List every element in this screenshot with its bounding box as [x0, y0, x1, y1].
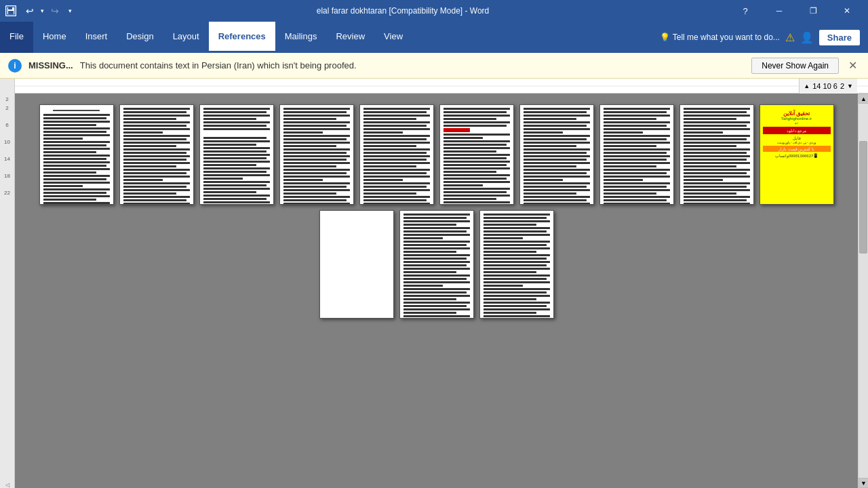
pg-up-arrow[interactable]: ▲	[804, 83, 810, 89]
share-person-icon: 👤	[800, 31, 814, 44]
ribbon-right: 💡 Tell me what you want to do... ⚠ 👤 Sha…	[660, 22, 868, 53]
page-thumb-10-ad[interactable]: تحقیق آنلاین Tahghighonline.ir ↩ مرجع دا…	[760, 104, 834, 205]
ruler-ticks	[15, 79, 868, 94]
title-bar: ↩ ▾ ↪ ▾ elal farar dokhtaran [Compatibil…	[0, 0, 868, 22]
page-thumb-3[interactable]	[199, 104, 274, 205]
ad-subtitle: فایل	[793, 136, 801, 140]
ruler-corner	[0, 79, 15, 94]
page-thumb-12[interactable]	[399, 210, 474, 319]
page-thumb-11-blank[interactable]	[319, 210, 394, 319]
warning-icon: ⚠	[785, 31, 795, 44]
page-thumb-13[interactable]	[479, 210, 554, 319]
ad-title: تحقیق آنلاین	[783, 110, 810, 117]
never-show-again-button[interactable]: Never Show Again	[751, 58, 839, 74]
page-content-7	[520, 105, 593, 204]
tab-mailings[interactable]: Mailings	[275, 22, 327, 53]
pages-row-1: تحقیق آنلاین Tahghighonline.ir ↩ مرجع دا…	[39, 104, 834, 205]
redo-button[interactable]: ↪	[47, 3, 63, 19]
tab-layout[interactable]: Layout	[163, 22, 209, 53]
info-icon: i	[8, 59, 22, 73]
main-area: 2 2 6 10 14 18 22 ◁	[0, 94, 868, 488]
notification-message: This document contains text in Persian (…	[80, 60, 745, 70]
page-content-13	[480, 211, 553, 318]
tab-references[interactable]: References	[209, 22, 275, 53]
undo-redo-toolbar: ↩ ▾ ↪ ▾	[22, 3, 76, 19]
window-title: elal farar dokhtaran [Compatibility Mode…	[76, 6, 730, 16]
scroll-down-button[interactable]: ▼	[859, 478, 868, 488]
tell-me-input[interactable]: 💡 Tell me what you want to do...	[660, 33, 780, 42]
page-content-2	[120, 105, 193, 204]
ad-desc: وردی - پی دی اف - پاورپوینت	[777, 140, 816, 144]
pg-numbers: 14 10 6	[812, 82, 837, 90]
quick-access-toolbar: ↩ ▾ ↪ ▾	[5, 3, 76, 19]
ad-arrow: ↩	[795, 121, 798, 125]
page-thumb-4[interactable]	[279, 104, 354, 205]
tab-design[interactable]: Design	[117, 22, 163, 53]
ad-contact: 📱09981366627واتساپ	[775, 153, 818, 158]
scroll-track[interactable]	[859, 104, 868, 478]
page-content-9	[680, 105, 753, 204]
notification-close-button[interactable]: ✕	[846, 59, 860, 72]
ruler-area: ▲ 14 10 6 2 ▼	[0, 79, 868, 94]
horizontal-ruler	[15, 79, 868, 94]
page-thumb-8[interactable]	[599, 104, 674, 205]
scroll-up-button[interactable]: ▲	[859, 94, 868, 104]
minimize-button[interactable]: ─	[764, 0, 795, 22]
page-content-5	[360, 105, 433, 204]
page-thumb-9[interactable]	[679, 104, 754, 205]
scroll-thumb[interactable]	[859, 141, 867, 253]
help-button[interactable]: ?	[730, 0, 761, 22]
page-thumb-2[interactable]	[119, 104, 194, 205]
tab-home[interactable]: Home	[33, 22, 76, 53]
pages-row-2	[319, 210, 554, 319]
undo-button[interactable]: ↩	[22, 3, 38, 19]
page-content-12	[400, 211, 473, 318]
vertical-ruler: 2 2 6 10 14 18 22 ◁	[0, 94, 15, 488]
ribbon: File Home Insert Design Layout Reference…	[0, 22, 868, 53]
missing-label: MISSING...	[28, 60, 73, 70]
undo-dropdown[interactable]: ▾	[39, 5, 45, 17]
ad-price-banner: با کمترین قیمت بازار	[763, 146, 831, 152]
page-content-4	[280, 105, 353, 204]
page-content-3	[200, 105, 273, 204]
document-canvas[interactable]: تحقیق آنلاین Tahghighonline.ir ↩ مرجع دا…	[15, 94, 858, 488]
close-button[interactable]: ✕	[831, 0, 863, 22]
tab-file[interactable]: File	[0, 22, 33, 53]
page-indicator: ▲ 14 10 6 2 ▼	[799, 79, 857, 94]
svg-rect-2	[8, 11, 14, 14]
ad-banner: مرجع دانلود	[763, 127, 831, 134]
svg-rect-1	[8, 7, 12, 9]
share-button[interactable]: Share	[819, 30, 860, 45]
page-thumb-1[interactable]	[39, 104, 114, 205]
ruler-v-bottom-btn[interactable]: ◁	[5, 482, 9, 488]
page-thumb-5[interactable]	[359, 104, 434, 205]
save-icon[interactable]	[5, 5, 16, 16]
pg-down-arrow[interactable]: ▼	[847, 83, 853, 89]
pg-number2: 2	[840, 82, 844, 90]
page-content-8	[600, 105, 673, 204]
page-thumb-6[interactable]	[439, 104, 514, 205]
page-content-6	[440, 105, 513, 204]
window-controls: ? ─ ❐ ✕	[730, 0, 863, 22]
customize-qat[interactable]: ▾	[64, 5, 76, 17]
vertical-scrollbar[interactable]: ▲ ▼	[858, 94, 868, 488]
tab-insert[interactable]: Insert	[76, 22, 117, 53]
page-content-1	[40, 105, 113, 204]
notification-bar: i MISSING... This document contains text…	[0, 53, 868, 79]
tab-view[interactable]: View	[374, 22, 412, 53]
page-thumb-7[interactable]	[519, 104, 594, 205]
restore-button[interactable]: ❐	[797, 0, 829, 22]
tab-review[interactable]: Review	[326, 22, 374, 53]
